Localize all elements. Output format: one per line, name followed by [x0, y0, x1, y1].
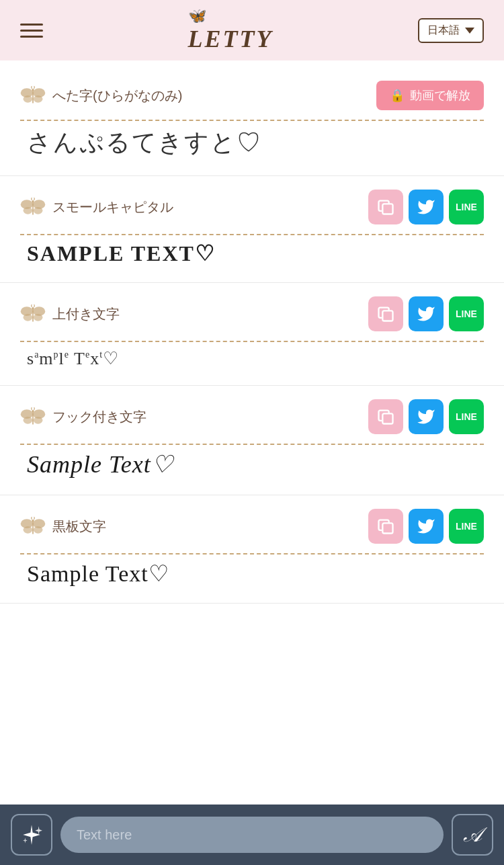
section-heta-header: へた字(ひらがなのみ) 🔒 動画で解放 — [20, 81, 484, 110]
svg-point-3 — [34, 95, 43, 103]
section-heta-title: へた字(ひらがなのみ) — [52, 87, 182, 105]
section-heta-title-area: へた字(ひらがなのみ) — [20, 85, 182, 106]
lock-button-label: 動画で解放 — [410, 87, 470, 104]
hamburger-menu-button[interactable] — [20, 24, 43, 38]
font-style-button[interactable]: 𝒜 — [452, 814, 493, 856]
action-buttons-serif: LINE — [368, 399, 484, 434]
bottom-bar: 𝒜 — [0, 805, 504, 865]
section-blackboard: 黒板文字 LINE S — [0, 495, 504, 604]
section-serif-title: フック付き文字 — [52, 408, 146, 426]
copy-button-blackboard[interactable] — [368, 509, 403, 544]
text-input[interactable] — [60, 817, 444, 853]
svg-point-11 — [32, 200, 34, 202]
section-superscript-title: 上付き文字 — [52, 305, 120, 323]
twitter-icon — [417, 198, 435, 216]
logo-text: LETTY — [188, 25, 274, 53]
svg-rect-26 — [382, 413, 392, 423]
section-blackboard-title-area: 黒板文字 — [20, 516, 106, 537]
butterfly-icon-3 — [20, 303, 46, 325]
action-buttons-small-caps: LINE — [368, 190, 484, 224]
line-icon: LINE — [456, 202, 477, 212]
line-icon-2: LINE — [456, 308, 477, 319]
svg-point-22 — [24, 417, 33, 424]
twitter-button-small-caps[interactable] — [409, 190, 444, 224]
language-selector[interactable]: 日本語 — [418, 18, 484, 43]
section-small-caps-title: スモールキャピタル — [52, 198, 173, 216]
twitter-icon-3 — [417, 407, 435, 426]
heta-sample-text: さんぷるてきすと♡ — [20, 121, 484, 162]
section-serif-title-area: フック付き文字 — [20, 406, 146, 427]
sparkle-button[interactable] — [11, 814, 52, 856]
svg-rect-12 — [382, 204, 392, 214]
lock-icon: 🔒 — [390, 88, 405, 103]
butterfly-icon — [20, 85, 46, 106]
svg-point-29 — [24, 526, 33, 534]
svg-point-23 — [34, 417, 43, 424]
svg-point-30 — [34, 526, 43, 534]
svg-point-18 — [32, 307, 34, 309]
app-logo: 🦋 LETTY — [188, 7, 274, 53]
copy-button-superscript[interactable] — [368, 296, 403, 331]
svg-point-25 — [32, 410, 34, 412]
twitter-icon-4 — [417, 517, 435, 536]
svg-rect-19 — [382, 311, 392, 321]
sparkle-icon — [20, 823, 43, 846]
copy-icon-3 — [376, 407, 395, 426]
twitter-button-serif[interactable] — [409, 399, 444, 434]
svg-point-8 — [24, 207, 33, 214]
chevron-down-icon — [465, 28, 474, 34]
line-icon-3: LINE — [456, 411, 477, 422]
copy-button-small-caps[interactable] — [368, 190, 403, 224]
superscript-sample-text: sample Text♡ — [20, 342, 484, 372]
action-buttons-superscript: LINE — [368, 296, 484, 331]
blackboard-sample-text: Sample Text♡ — [20, 554, 484, 589]
main-content: へた字(ひらがなのみ) 🔒 動画で解放 さんぷるてきすと♡ — [0, 60, 504, 604]
section-superscript-header: 上付き文字 LINE — [20, 296, 484, 331]
font-button-label: 𝒜 — [464, 823, 481, 847]
svg-point-16 — [34, 314, 43, 321]
svg-point-15 — [24, 314, 33, 321]
twitter-button-blackboard[interactable] — [409, 509, 444, 544]
section-small-caps-header: スモールキャピタル LINE — [20, 190, 484, 224]
section-heta: へた字(ひらがなのみ) 🔒 動画で解放 さんぷるてきすと♡ — [0, 67, 504, 176]
svg-point-32 — [32, 520, 34, 522]
section-superscript-title-area: 上付き文字 — [20, 303, 120, 325]
line-button-superscript[interactable]: LINE — [449, 296, 484, 331]
line-icon-4: LINE — [456, 521, 477, 532]
serif-sample-text: Sample Text♡ — [20, 445, 484, 481]
action-buttons-blackboard: LINE — [368, 509, 484, 544]
section-blackboard-title: 黒板文字 — [52, 518, 106, 536]
line-button-serif[interactable]: LINE — [449, 399, 484, 434]
section-blackboard-header: 黒板文字 LINE — [20, 509, 484, 544]
line-button-blackboard[interactable]: LINE — [449, 509, 484, 544]
section-small-caps: スモールキャピタル LINE — [0, 176, 504, 283]
copy-button-serif[interactable] — [368, 399, 403, 434]
unlock-video-button[interactable]: 🔒 動画で解放 — [376, 81, 484, 110]
app-header: 🦋 LETTY 日本語 — [0, 0, 504, 60]
svg-point-9 — [34, 207, 43, 214]
butterfly-icon-4 — [20, 406, 46, 427]
twitter-icon-2 — [417, 304, 435, 323]
language-label: 日本語 — [427, 24, 460, 38]
small-caps-sample-text: SAMPLE TEXT♡ — [20, 235, 484, 269]
butterfly-icon-2 — [20, 196, 46, 218]
line-button-small-caps[interactable]: LINE — [449, 190, 484, 224]
twitter-button-superscript[interactable] — [409, 296, 444, 331]
logo-butterfly-icon: 🦋 — [188, 7, 206, 24]
svg-rect-33 — [382, 523, 392, 533]
butterfly-icon-5 — [20, 516, 46, 537]
copy-icon — [376, 198, 395, 216]
section-small-caps-title-area: スモールキャピタル — [20, 196, 173, 218]
section-superscript: 上付き文字 LINE — [0, 283, 504, 386]
svg-point-5 — [32, 89, 34, 91]
svg-point-2 — [24, 95, 33, 103]
section-serif: フック付き文字 LINE — [0, 386, 504, 495]
section-serif-header: フック付き文字 LINE — [20, 399, 484, 434]
copy-icon-2 — [376, 304, 395, 323]
copy-icon-4 — [376, 517, 395, 536]
